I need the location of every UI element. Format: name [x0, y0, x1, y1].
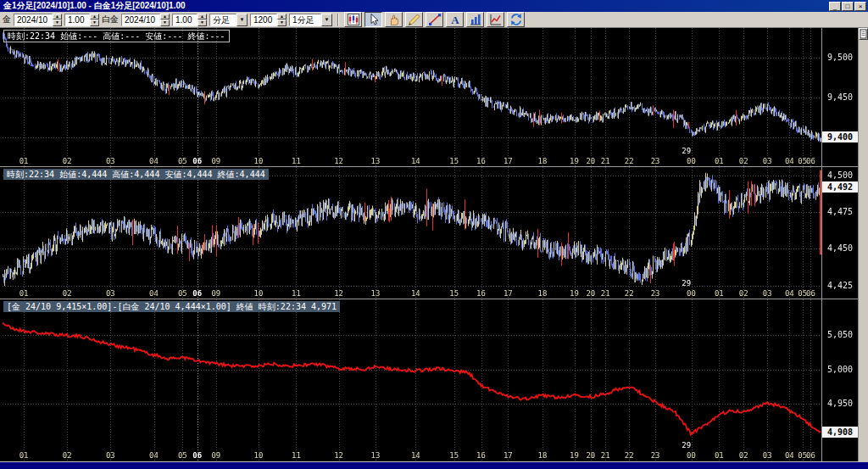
platinum-month-value[interactable]: 2024/10	[121, 14, 160, 26]
hand-icon[interactable]	[385, 12, 403, 27]
y-axis-label: 4,475	[827, 207, 853, 216]
spin-up-icon[interactable]: ▲	[277, 14, 287, 20]
x-axis-label: 10	[251, 289, 266, 298]
x-axis-label: 06	[190, 289, 205, 298]
platinum-multiplier-spinner[interactable]: 1.00 ▲▼	[172, 14, 207, 26]
x-axis-label: 23	[648, 451, 663, 460]
right-scrollbar[interactable]	[858, 28, 868, 461]
x-axis-label: 15	[447, 157, 462, 165]
x-axis-label: 03	[103, 157, 118, 165]
trendline-icon[interactable]	[426, 12, 443, 27]
bar-chart-icon[interactable]	[466, 12, 484, 27]
x-axis-label: 17	[500, 289, 515, 298]
text-icon[interactable]: A	[446, 12, 464, 27]
x-axis-label: 15	[447, 289, 462, 298]
minimize-button[interactable]: _	[829, 2, 841, 11]
x-axis-label: 01	[16, 451, 31, 460]
x-axis-label: 22	[621, 451, 637, 460]
platinum-month-spinner[interactable]: 2024/10 ▲▼	[121, 14, 170, 26]
spinner-arrows[interactable]: ▲▼	[198, 14, 207, 26]
x-axis-label: 05	[175, 157, 190, 165]
x-axis-label: 06	[190, 451, 205, 460]
x-axis-label: 03	[760, 451, 775, 460]
x-axis-label: 05	[175, 451, 190, 460]
spin-down-icon[interactable]: ▼	[160, 20, 170, 26]
x-axis-label: 06	[190, 157, 205, 165]
bar-type-value[interactable]: 分足	[209, 14, 236, 26]
cursor-icon[interactable]	[364, 12, 382, 27]
chart-area: 時刻:22:34 始値:--- 高値:--- 安値:--- 終値:---9,50…	[0, 28, 868, 461]
bar-count-spinner[interactable]: 1200 ▲▼	[250, 14, 287, 26]
line-chart-icon[interactable]	[487, 12, 504, 27]
candlestick-chart-icon[interactable]	[344, 12, 362, 27]
platinum-chart-panel: 時刻:22:34 始値:4,444 高値:4,444 安値:4,444 終値:4…	[0, 167, 858, 299]
pencil-icon[interactable]	[405, 12, 423, 27]
x-axis-label: 16	[474, 157, 489, 165]
y-axis-label: 4,425	[827, 281, 853, 290]
x-axis-label: 02	[59, 289, 75, 298]
spin-up-icon[interactable]: ▲	[90, 14, 99, 20]
x-axis-label: 20	[583, 289, 598, 298]
refresh-icon[interactable]	[507, 12, 525, 27]
gold-month-spinner[interactable]: 2024/10 ▲▼	[14, 14, 62, 26]
x-axis-label: 23	[648, 157, 663, 165]
gold-multiplier-value[interactable]: 1.00	[64, 14, 90, 26]
spinner-arrows[interactable]: ▲▼	[53, 14, 62, 26]
spin-down-icon[interactable]: ▼	[90, 20, 99, 26]
gold-month-value[interactable]: 2024/10	[14, 14, 53, 26]
spin-up-icon[interactable]: ▲	[198, 14, 207, 20]
spread-chart-canvas[interactable]	[0, 299, 858, 461]
spin-up-icon[interactable]: ▲	[160, 14, 170, 20]
x-axis-label: 05	[175, 289, 190, 298]
status-bar	[0, 461, 868, 469]
x-axis-label: 03	[103, 289, 118, 298]
maximize-button[interactable]: □	[842, 2, 854, 11]
spinner-arrows[interactable]: ▲▼	[277, 14, 287, 26]
dropdown-icon[interactable]: ▼	[321, 14, 332, 26]
gold-multiplier-spinner[interactable]: 1.00 ▲▼	[64, 14, 99, 26]
spin-down-icon[interactable]: ▼	[277, 20, 287, 26]
window-buttons: _ □ ×	[829, 2, 868, 11]
x-axis-label: 22	[621, 289, 637, 298]
x-axis-label: 02	[736, 157, 751, 165]
date-marker: 29	[679, 147, 694, 155]
spin-down-icon[interactable]: ▼	[53, 20, 62, 26]
x-axis-label: 12	[331, 451, 347, 460]
x-axis-label: 03	[103, 451, 118, 460]
x-axis-label: 18	[535, 157, 550, 165]
x-axis-label: 11	[288, 451, 303, 460]
spin-down-icon[interactable]: ▼	[198, 20, 207, 26]
close-button[interactable]: ×	[854, 2, 866, 11]
window-title: 金1分足[2024/10]1.00 - 白金1分足[2024/10]1.00	[0, 0, 829, 12]
title-bar[interactable]: 金1分足[2024/10]1.00 - 白金1分足[2024/10]1.00 _…	[0, 0, 868, 12]
x-axis-label: 17	[500, 157, 515, 165]
period-value[interactable]: 1分足	[289, 14, 321, 26]
x-axis-label: 18	[535, 451, 550, 460]
x-axis-label: 14	[408, 451, 423, 460]
platinum-chart-canvas[interactable]	[0, 167, 858, 299]
x-axis-label: 18	[535, 289, 550, 298]
spinner-arrows[interactable]: ▲▼	[90, 14, 99, 26]
x-axis-label: 19	[567, 157, 582, 165]
gold-chart-info-line: 時刻:22:34 始値:--- 高値:--- 安値:--- 終値:---	[3, 30, 230, 42]
x-axis-label: 01	[16, 157, 31, 165]
gold-chart-canvas[interactable]	[0, 28, 858, 167]
bar-count-value[interactable]: 1200	[250, 14, 277, 26]
platinum-multiplier-value[interactable]: 1.00	[172, 14, 198, 26]
x-axis-label: 02	[59, 451, 75, 460]
spin-up-icon[interactable]: ▲	[53, 14, 62, 20]
x-axis-label: 03	[760, 157, 775, 165]
x-axis-label: 00	[684, 157, 699, 165]
bar-type-combo[interactable]: 分足 ▼	[209, 14, 248, 26]
period-combo[interactable]: 1分足 ▼	[289, 14, 332, 26]
svg-text:A: A	[451, 14, 459, 26]
platinum-chart-last-price-badge: 4,492	[822, 181, 858, 193]
dropdown-icon[interactable]: ▼	[236, 14, 248, 26]
x-axis-label: 11	[288, 289, 303, 298]
spinner-arrows[interactable]: ▲▼	[160, 14, 170, 26]
x-axis-label: 09	[209, 157, 224, 165]
y-axis-label: 4,450	[827, 243, 853, 253]
gold-chart-panel: 時刻:22:34 始値:--- 高値:--- 安値:--- 終値:---9,50…	[0, 28, 858, 167]
scroll-top-button[interactable]	[859, 28, 868, 40]
x-axis-label: 10	[251, 157, 266, 165]
